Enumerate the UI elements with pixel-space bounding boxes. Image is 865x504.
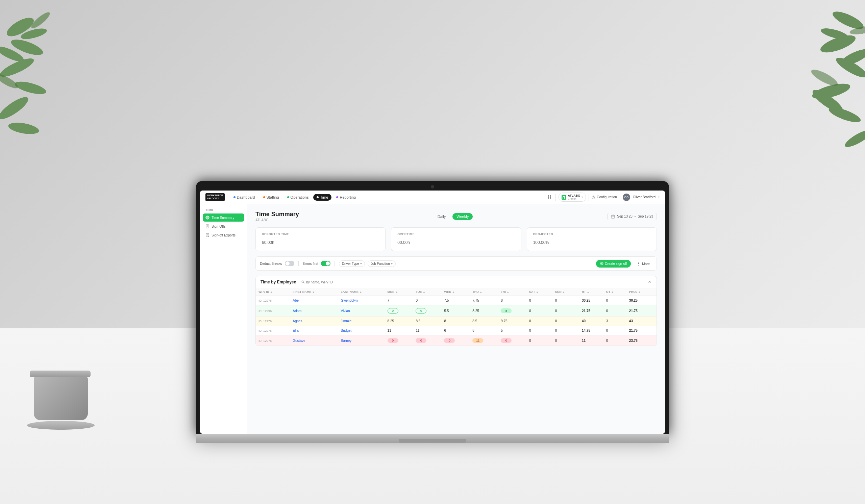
deduct-breaks-label: Deduct Breaks	[260, 262, 282, 266]
stat-reported-time: REPORTED TIME 60.00h	[255, 227, 385, 251]
laptop-camera	[431, 185, 434, 188]
more-btn[interactable]: ⋮ More	[634, 259, 653, 268]
table-cell: 9.75	[498, 317, 527, 326]
col-sun[interactable]: SUN ▲	[552, 288, 579, 296]
nav-dashboard[interactable]: Dashboard	[230, 194, 258, 201]
nav-time[interactable]: Time	[313, 194, 332, 201]
table-cell-ot: 0	[603, 296, 626, 305]
nav-operations[interactable]: Operations	[284, 194, 312, 201]
date-range[interactable]: Sep 13 23 → Sep 19 23	[607, 213, 657, 220]
employee-table: WFV ID ▲ FIRST NAME ▲ LAST NAME ▲ MON ▲ …	[256, 288, 657, 345]
search-input[interactable]	[306, 280, 340, 284]
weekly-toggle[interactable]: Weekly	[452, 213, 473, 220]
app-logo: WORKFORCE VELOCITY	[205, 193, 225, 201]
sidebar-item-sign-off-exports[interactable]: Sign-off Exports	[203, 231, 244, 239]
app-container: WORKFORCE VELOCITY Dashboard Staffing	[200, 190, 665, 434]
svg-marker-27	[563, 196, 565, 197]
table-cell-proj: 43	[626, 317, 657, 326]
table-cell: 0	[527, 296, 552, 305]
table-row[interactable]: ID: 12976AbeGwendolyn707.57.7580030.2503…	[256, 296, 657, 305]
signoff-icon	[205, 224, 209, 228]
collapse-btn[interactable]	[648, 280, 652, 284]
user-chevron: ▾	[658, 196, 660, 199]
errors-first-label: Errors first	[303, 262, 318, 266]
branch-label: ATLABG Branch	[568, 194, 580, 200]
driver-type-filter[interactable]: Driver Type ▾	[339, 260, 365, 267]
table-cell: 0	[527, 317, 552, 326]
table-cell: 0	[552, 336, 579, 346]
daily-toggle[interactable]: Daily	[434, 213, 450, 220]
table-cell: 0	[413, 296, 441, 305]
plant-left	[0, 0, 101, 220]
table-cell: Bridget	[338, 326, 385, 336]
configuration-btn[interactable]: Configuration	[592, 195, 616, 199]
table-cell: 8	[498, 296, 527, 305]
table-cell: Ellis	[290, 326, 338, 336]
nav-staffing[interactable]: Staffing	[260, 194, 282, 201]
table-cell-id: ID: 12996	[256, 305, 290, 317]
col-wfv-id[interactable]: WFV ID ▲	[256, 288, 290, 296]
table-cell: 8.5	[413, 317, 441, 326]
nav-separator-2	[589, 194, 589, 201]
nav-reporting[interactable]: Reporting	[333, 194, 359, 201]
col-ot[interactable]: OT ▲	[603, 288, 626, 296]
table-cell: 8	[498, 305, 527, 317]
export-icon	[205, 233, 209, 237]
branch-selector[interactable]: ATLABG Branch ▾	[558, 192, 586, 202]
nav-dot-operations	[287, 196, 289, 198]
col-proj[interactable]: PROJ ▲	[626, 288, 657, 296]
col-last-name[interactable]: LAST NAME ▲	[338, 288, 385, 296]
sidebar-item-time-summary[interactable]: Time Summary	[203, 213, 244, 222]
table-row[interactable]: ID: 12996AdamVivian005.58.2580021.75021.…	[256, 305, 657, 317]
grid-icon-btn[interactable]	[547, 194, 553, 200]
laptop-screen: WORKFORCE VELOCITY Dashboard Staffing	[200, 190, 665, 434]
col-sat[interactable]: SAT ▲	[527, 288, 552, 296]
nav-dot-staffing	[263, 196, 265, 198]
page-header: Time Summary ATLABG Daily Weekly	[255, 211, 657, 222]
table-cell: 0	[413, 336, 441, 346]
logo-area: WORKFORCE VELOCITY	[205, 193, 225, 201]
stat-projected: PROJECTED 100.00%	[527, 227, 657, 251]
table-cell-rt: 40	[579, 317, 603, 326]
plus-circle-icon	[600, 262, 603, 265]
plant-right	[730, 0, 865, 253]
table-cell-ot: 0	[603, 336, 626, 346]
col-first-name[interactable]: FIRST NAME ▲	[290, 288, 338, 296]
col-fri[interactable]: FRI ▲	[498, 288, 527, 296]
page-subtitle: ATLABG	[255, 218, 299, 222]
svg-rect-23	[548, 197, 549, 199]
create-signoff-btn[interactable]: Create sign-off	[596, 260, 631, 268]
table-cell: 0	[385, 305, 413, 317]
user-avatar: OB	[623, 194, 630, 201]
calendar-icon	[611, 214, 615, 219]
sidebar: TIME Time Summary	[200, 204, 247, 434]
table-cell: Barney	[338, 336, 385, 346]
table-row[interactable]: ID: 12976EllisBridget11116850014.75021.7…	[256, 326, 657, 336]
table-cell-proj: 21.75	[626, 326, 657, 336]
col-mon[interactable]: MON ▲	[385, 288, 413, 296]
overtime-value: 00.00h	[397, 237, 515, 246]
filter-divider-2	[335, 261, 335, 266]
date-range-text: Sep 13 23 → Sep 19 23	[617, 214, 653, 218]
col-rt[interactable]: RT ▲	[579, 288, 603, 296]
search-box[interactable]	[301, 280, 340, 284]
job-function-filter[interactable]: Job Function ▾	[368, 260, 396, 267]
main-content: TIME Time Summary	[200, 204, 665, 434]
svg-point-28	[593, 197, 595, 198]
table-cell: 0	[527, 336, 552, 346]
nav-dot-dashboard	[233, 196, 235, 198]
table-cell: Gustave	[290, 336, 338, 346]
col-wed[interactable]: WED ▲	[441, 288, 470, 296]
deduct-breaks-toggle[interactable]	[285, 261, 294, 266]
table-cell: Gwendolyn	[338, 296, 385, 305]
errors-first-toggle[interactable]	[321, 261, 331, 266]
table-cell-proj: 23.75	[626, 336, 657, 346]
table-cell-ot: 0	[603, 326, 626, 336]
table-row[interactable]: ID: 12976GustaveBarney0001100011023.75	[256, 336, 657, 346]
table-cell: 8	[441, 317, 470, 326]
col-tue[interactable]: TUE ▲	[413, 288, 441, 296]
table-row[interactable]: ID: 12976AgnesJimmie8.258.588.59.7500403…	[256, 317, 657, 326]
col-thu[interactable]: THU ▲	[470, 288, 498, 296]
sidebar-item-sign-offs[interactable]: Sign-Offs	[203, 222, 244, 230]
table-cell: 8.5	[470, 317, 498, 326]
